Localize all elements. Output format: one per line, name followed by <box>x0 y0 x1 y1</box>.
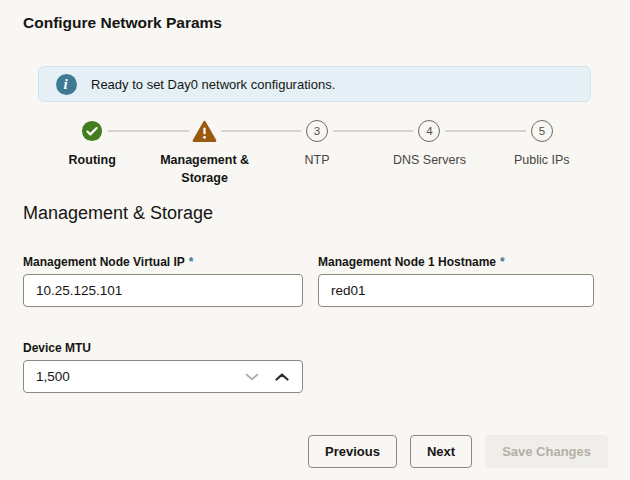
step-connector <box>221 130 301 132</box>
action-bar: Previous Next Save Changes <box>308 435 608 468</box>
field-label-text: Device MTU <box>23 341 91 355</box>
wizard-stepper: Routing Management & Storage 3 NTP 4 DNS… <box>36 119 598 187</box>
field-label: Management Node 1 Hostname* <box>318 255 594 269</box>
banner-message: Ready to set Day0 network configurations… <box>91 77 335 92</box>
page-title: Configure Network Params <box>23 14 222 32</box>
chevron-up-icon <box>275 373 289 381</box>
step-connector <box>333 130 413 132</box>
info-banner: i Ready to set Day0 network configuratio… <box>38 66 591 102</box>
previous-button[interactable]: Previous <box>308 435 397 468</box>
section-heading: Management & Storage <box>23 203 213 224</box>
field-mgmt-node-virtual-ip: Management Node Virtual IP* <box>23 255 303 307</box>
form-row: Management Node Virtual IP* Management N… <box>23 255 594 307</box>
required-asterisk: * <box>500 255 505 269</box>
field-mgmt-node-1-hostname: Management Node 1 Hostname* <box>318 255 594 307</box>
step-connector <box>108 130 188 132</box>
save-changes-button[interactable]: Save Changes <box>485 435 608 468</box>
check-circle-icon <box>81 119 103 143</box>
field-label: Device MTU <box>23 341 303 355</box>
field-label: Management Node Virtual IP* <box>23 255 303 269</box>
next-button[interactable]: Next <box>410 435 472 468</box>
step-number-badge: 4 <box>418 120 440 142</box>
step-label: NTP <box>305 151 330 169</box>
mtu-increment-button[interactable] <box>269 360 295 393</box>
step-label: DNS Servers <box>393 151 466 169</box>
warning-triangle-icon <box>192 119 217 143</box>
required-asterisk: * <box>189 255 194 269</box>
field-label-text: Management Node 1 Hostname <box>318 255 496 269</box>
step-number-badge: 3 <box>306 120 328 142</box>
step-label: Routing <box>69 151 116 169</box>
info-icon: i <box>56 74 77 95</box>
field-device-mtu: Device MTU <box>23 341 303 393</box>
mgmt-node-virtual-ip-input[interactable] <box>23 274 303 307</box>
step-connector <box>445 130 525 132</box>
mtu-decrement-button[interactable] <box>239 360 265 393</box>
step-label: Management & Storage <box>153 151 257 187</box>
chevron-down-icon <box>245 373 259 381</box>
mgmt-node-1-hostname-input[interactable] <box>318 274 594 307</box>
step-number-badge: 5 <box>531 120 553 142</box>
step-label: Public IPs <box>514 151 570 169</box>
field-label-text: Management Node Virtual IP <box>23 255 185 269</box>
